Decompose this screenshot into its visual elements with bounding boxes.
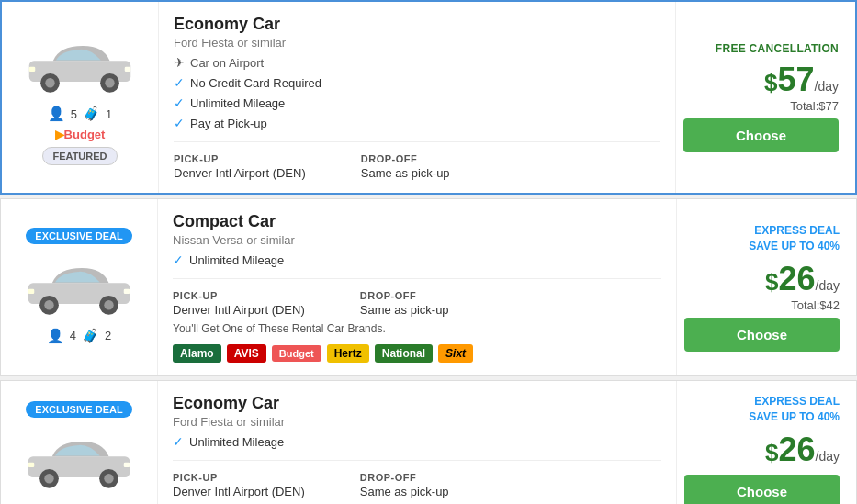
price-per-day: $57/day [764, 61, 839, 99]
brand-logo-sixt: Sixt [438, 344, 473, 363]
bag-icon: 🧳 [83, 106, 100, 122]
price-per-day: $26/day [765, 431, 840, 469]
svg-rect-19 [124, 463, 130, 467]
dropoff-value: Same as pick-up [360, 485, 449, 498]
card-middle-2: Compact Car Nissan Versa or similar ✓ Un… [157, 199, 677, 375]
divider [174, 141, 660, 142]
car-image [19, 425, 139, 494]
svg-point-16 [44, 474, 53, 483]
feature-text: Unlimited Mileage [189, 435, 284, 449]
car-title: Economy Car [173, 394, 661, 413]
dropoff-block: DROP-OFF Same as pick-up [360, 472, 449, 498]
car-image [19, 252, 139, 320]
feature-item: ✓ No Credit Card Required [174, 75, 660, 90]
check-icon: ✓ [174, 116, 185, 130]
price-block: $26/day [765, 431, 840, 469]
pickup-label: PICK-UP [173, 472, 305, 483]
svg-rect-12 [124, 288, 130, 293]
passenger-count: 5 [71, 107, 77, 121]
choose-button[interactable]: Choose [684, 318, 840, 352]
express-deal-label: EXPRESS DEALSAVE UP TO 40% [749, 223, 840, 254]
pickup-dropoff-row: PICK-UP Denver Intl Airport (DEN) DROP-O… [173, 472, 661, 498]
check-icon: ✓ [174, 95, 185, 110]
capacity-row: 👤 5 🧳 1 [48, 106, 112, 122]
dropoff-label: DROP-OFF [361, 153, 450, 164]
svg-point-18 [104, 474, 113, 483]
car-card-3: EXCLUSIVE DEAL Econ [0, 380, 857, 504]
brand-logo-alamo: Alamo [173, 344, 221, 363]
card-right-3: EXPRESS DEALSAVE UP TO 40% $26/day Choos… [677, 381, 856, 504]
car-card-1: 👤 5 🧳 1 ▶Budget FEATURED Economy Car For… [0, 0, 857, 195]
pickup-value: Denver Intl Airport (DEN) [174, 166, 306, 180]
brand-logos-row: AlamoAVISBudgetHertzNationalSixt [173, 344, 661, 363]
svg-point-11 [104, 300, 113, 309]
car-image [20, 29, 140, 98]
feature-text: No Credit Card Required [190, 76, 321, 90]
car-title: Compact Car [173, 212, 661, 231]
check-icon: ✓ [174, 75, 185, 90]
dropoff-value: Same as pick-up [361, 166, 450, 180]
pickup-label: PICK-UP [173, 290, 305, 301]
price-block: $57/day Total:$77 [764, 61, 839, 113]
car-card-2: EXCLUSIVE DEAL 👤 4 🧳 [0, 198, 857, 376]
dropoff-label: DROP-OFF [360, 290, 449, 301]
pickup-block: PICK-UP Denver Intl Airport (DEN) [173, 290, 305, 317]
svg-rect-5 [125, 67, 131, 72]
car-listing: 👤 5 🧳 1 ▶Budget FEATURED Economy Car For… [0, 0, 857, 504]
divider [173, 460, 661, 461]
choose-button[interactable]: Choose [683, 118, 839, 152]
feature-item: ✓ Unlimited Mileage [173, 252, 661, 267]
card-middle-1: Economy Car Ford Fiesta or similar ✈ Car… [158, 2, 676, 193]
dropoff-block: DROP-OFF Same as pick-up [361, 153, 450, 180]
pickup-block: PICK-UP Denver Intl Airport (DEN) [173, 472, 305, 498]
pickup-value: Denver Intl Airport (DEN) [173, 485, 305, 498]
brand-logo-hertz: Hertz [327, 344, 369, 363]
passenger-icon: 👤 [48, 106, 65, 122]
svg-point-9 [44, 300, 53, 309]
bag-count: 2 [105, 329, 111, 342]
pickup-dropoff-row: PICK-UP Denver Intl Airport (DEN) DROP-O… [173, 290, 661, 317]
choose-button[interactable]: Choose [684, 475, 840, 504]
exclusive-badge: EXCLUSIVE DEAL [26, 228, 131, 244]
passenger-icon: 👤 [47, 328, 64, 344]
check-icon: ✓ [173, 434, 184, 449]
car-title: Economy Car [174, 15, 660, 34]
price-total: Total:$42 [765, 298, 840, 312]
card-left-3: EXCLUSIVE DEAL [1, 381, 157, 504]
featured-badge: FEATURED [42, 147, 117, 165]
pickup-dropoff-row: PICK-UP Denver Intl Airport (DEN) DROP-O… [174, 153, 660, 180]
pickup-label: PICK-UP [174, 153, 306, 164]
dropoff-value: Same as pick-up [360, 303, 449, 317]
bag-icon: 🧳 [82, 328, 99, 344]
free-cancellation-label: FREE CANCELLATION [716, 42, 839, 55]
exclusive-badge: EXCLUSIVE DEAL [26, 401, 131, 418]
car-subtitle: Nissan Versa or similar [173, 233, 661, 247]
price-total: Total:$77 [764, 99, 839, 113]
dropoff-block: DROP-OFF Same as pick-up [360, 290, 449, 317]
airport-row: ✈ Car on Airport [174, 55, 660, 70]
pickup-block: PICK-UP Denver Intl Airport (DEN) [174, 153, 306, 180]
feature-item: ✓ Pay at Pick-up [174, 116, 660, 130]
plane-icon: ✈ [174, 55, 185, 70]
svg-point-4 [105, 78, 114, 87]
price-block: $26/day Total:$42 [765, 260, 840, 312]
card-right-1: FREE CANCELLATION $57/day Total:$77 Choo… [676, 2, 855, 193]
dropoff-label: DROP-OFF [360, 472, 449, 483]
feature-item: ✓ Unlimited Mileage [174, 95, 660, 110]
svg-rect-13 [28, 288, 35, 293]
feature-text: Unlimited Mileage [190, 96, 285, 110]
svg-rect-6 [29, 67, 36, 72]
bag-count: 1 [106, 107, 112, 121]
card-left-2: EXCLUSIVE DEAL 👤 4 🧳 [1, 199, 157, 375]
feature-text: Pay at Pick-up [190, 117, 267, 130]
card-right-2: EXPRESS DEALSAVE UP TO 40% $26/day Total… [677, 199, 856, 375]
car-subtitle: Ford Fiesta or similar [173, 415, 661, 429]
svg-rect-20 [28, 463, 35, 467]
brands-intro-text: You'll Get One of These Rental Car Brand… [173, 322, 661, 335]
feature-text: Unlimited Mileage [189, 253, 284, 267]
check-icon: ✓ [173, 252, 184, 267]
divider [173, 278, 661, 279]
passenger-count: 4 [70, 329, 76, 342]
brand-budget-logo: ▶Budget [55, 128, 106, 141]
pickup-value: Denver Intl Airport (DEN) [173, 303, 305, 317]
